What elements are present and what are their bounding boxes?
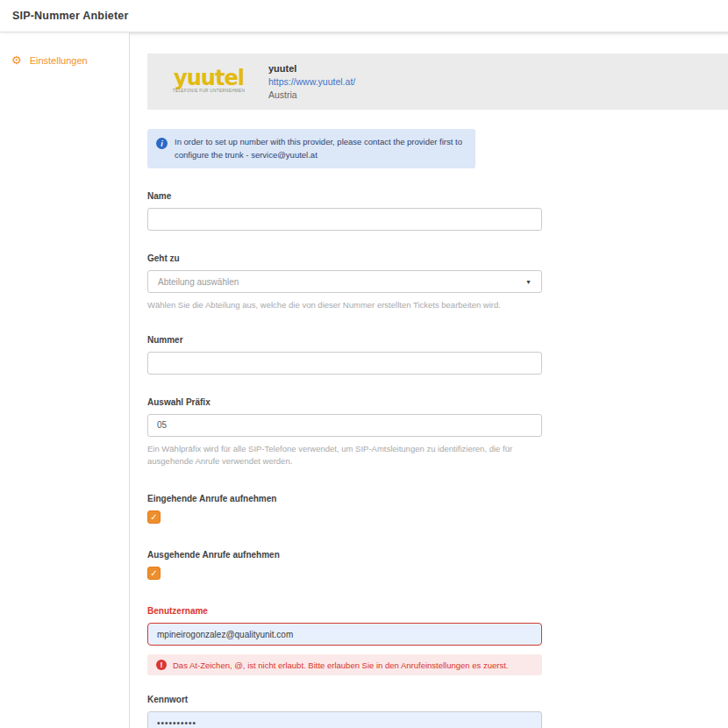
- prefix-input[interactable]: [147, 414, 542, 437]
- page-title: SIP-Nummer Anbieter: [12, 10, 129, 22]
- record-incoming-checkbox[interactable]: ✓: [147, 510, 161, 524]
- provider-country: Austria: [268, 89, 355, 100]
- prefix-field-group: Auswahl Präfix Ein Wählpräfix wird für a…: [147, 397, 542, 468]
- checkmark-icon: ✓: [150, 513, 157, 522]
- yuutel-logo-text: yuutel: [160, 69, 258, 87]
- chevron-down-icon: ▼: [525, 279, 532, 285]
- number-input[interactable]: [147, 352, 542, 375]
- sidebar-item-label: Einstellungen: [30, 55, 88, 66]
- password-label: Kennwort: [147, 695, 542, 704]
- provider-url-link[interactable]: https://www.yuutel.at/: [268, 76, 355, 87]
- gear-icon: ⚙: [11, 54, 22, 66]
- name-label: Name: [147, 191, 542, 201]
- department-field-group: Geht zu Abteilung auswählen ▼ Wählen Sie…: [147, 253, 542, 311]
- record-incoming-group: Eingehende Anrufe aufnehmen ✓: [147, 494, 728, 524]
- provider-info: yuutel https://www.yuutel.at/ Austria: [268, 63, 355, 100]
- checkmark-icon: ✓: [150, 569, 157, 578]
- record-incoming-label: Eingehende Anrufe aufnehmen: [147, 494, 728, 503]
- record-outgoing-checkbox[interactable]: ✓: [147, 567, 161, 580]
- provider-notice-text: In order to set up number with this prov…: [175, 136, 467, 161]
- provider-logo: yuutel TELEFONIE FÜR UNTERNEHMEN: [160, 69, 258, 94]
- prefix-helper-text: Ein Wählpräfix wird für alle SIP-Telefon…: [147, 443, 549, 468]
- sip-provider-page: SIP-Nummer Anbieter ⚙ Einstellungen yuut…: [0, 0, 728, 728]
- record-outgoing-group: Ausgehende Anrufe aufnehmen ✓: [147, 550, 728, 580]
- provider-notice: i In order to set up number with this pr…: [147, 129, 475, 168]
- password-field-group: Kennwort: [147, 695, 542, 728]
- record-outgoing-label: Ausgehende Anrufe aufnehmen: [147, 550, 728, 560]
- number-field-group: Nummer: [147, 335, 542, 375]
- name-field-group: Name: [147, 191, 542, 231]
- username-error-box: ! Das At-Zeichen, @, ist nicht erlaubt. …: [147, 654, 542, 675]
- username-input[interactable]: [147, 623, 542, 646]
- prefix-label: Auswahl Präfix: [147, 397, 542, 407]
- username-field-group: Benutzername ! Das At-Zeichen, @, ist ni…: [147, 606, 542, 675]
- department-helper-text: Wählen Sie die Abteilung aus, welche die…: [147, 299, 549, 311]
- password-input[interactable]: [147, 711, 542, 728]
- number-label: Nummer: [147, 335, 542, 345]
- name-input[interactable]: [147, 208, 542, 231]
- error-icon: !: [156, 660, 167, 670]
- department-select[interactable]: Abteilung auswählen ▼: [147, 270, 542, 293]
- main-content: yuutel TELEFONIE FÜR UNTERNEHMEN yuutel …: [130, 32, 728, 728]
- username-label: Benutzername: [147, 606, 542, 616]
- department-select-placeholder: Abteilung auswählen: [158, 277, 239, 287]
- page-header: SIP-Nummer Anbieter: [0, 0, 728, 32]
- sidebar: ⚙ Einstellungen: [0, 32, 130, 728]
- body-row: ⚙ Einstellungen yuutel TELEFONIE FÜR UNT…: [0, 32, 728, 728]
- sidebar-item-einstellungen[interactable]: ⚙ Einstellungen: [0, 54, 129, 66]
- info-icon: i: [156, 138, 168, 149]
- provider-name: yuutel: [268, 63, 355, 74]
- username-error-text: Das At-Zeichen, @, ist nicht erlaubt. Bi…: [173, 660, 508, 670]
- provider-card: yuutel TELEFONIE FÜR UNTERNEHMEN yuutel …: [147, 54, 728, 110]
- department-label: Geht zu: [147, 253, 542, 263]
- yuutel-logo-tagline: TELEFONIE FÜR UNTERNEHMEN: [170, 89, 246, 93]
